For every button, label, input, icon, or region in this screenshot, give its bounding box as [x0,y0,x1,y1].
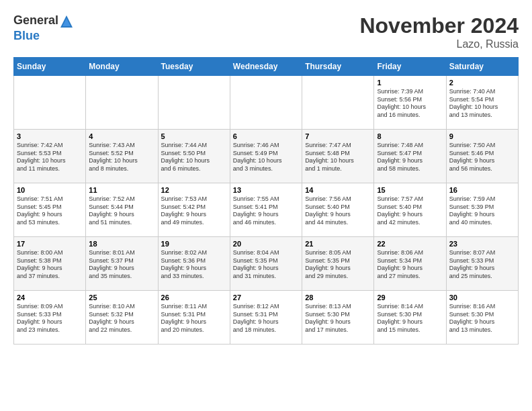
calendar-cell: 24Sunrise: 8:09 AM Sunset: 5:33 PM Dayli… [14,291,86,345]
calendar-cell: 6Sunrise: 7:46 AM Sunset: 5:49 PM Daylig… [230,130,302,183]
day-number: 17 [17,240,83,248]
logo: General Blue [13,13,75,43]
month-title: November 2024 [359,13,519,38]
calendar-table: SundayMondayTuesdayWednesdayThursdayFrid… [13,57,519,345]
calendar-cell: 29Sunrise: 8:14 AM Sunset: 5:30 PM Dayli… [374,291,446,345]
weekday-header: Sunday [14,58,86,76]
day-info: Sunrise: 7:43 AM Sunset: 5:52 PM Dayligh… [89,142,154,173]
weekday-header: Saturday [446,58,518,76]
day-info: Sunrise: 7:50 AM Sunset: 5:46 PM Dayligh… [449,142,515,173]
day-info: Sunrise: 8:10 AM Sunset: 5:32 PM Dayligh… [89,303,154,334]
day-info: Sunrise: 8:14 AM Sunset: 5:30 PM Dayligh… [377,303,443,334]
calendar-cell [230,76,302,130]
day-number: 15 [377,186,443,194]
calendar-cell [158,76,230,130]
calendar-cell: 15Sunrise: 7:57 AM Sunset: 5:40 PM Dayli… [374,183,446,237]
page-header: General Blue November 2024 Lazo, Russia [13,13,519,50]
day-number: 28 [305,293,371,302]
day-info: Sunrise: 7:48 AM Sunset: 5:47 PM Dayligh… [377,142,443,173]
day-number: 10 [17,186,83,194]
day-number: 1 [377,79,443,87]
logo-general: General [13,13,58,27]
day-info: Sunrise: 8:11 AM Sunset: 5:31 PM Dayligh… [161,303,227,334]
day-info: Sunrise: 7:40 AM Sunset: 5:54 PM Dayligh… [449,88,515,120]
calendar-cell: 11Sunrise: 7:52 AM Sunset: 5:44 PM Dayli… [86,183,158,237]
day-info: Sunrise: 7:47 AM Sunset: 5:48 PM Dayligh… [305,142,371,173]
calendar-cell [14,76,86,130]
weekday-header: Friday [374,58,446,76]
calendar-cell: 14Sunrise: 7:56 AM Sunset: 5:40 PM Dayli… [302,183,374,237]
day-info: Sunrise: 7:56 AM Sunset: 5:40 PM Dayligh… [305,195,371,227]
day-number: 30 [449,293,515,302]
day-info: Sunrise: 8:00 AM Sunset: 5:38 PM Dayligh… [17,249,83,281]
calendar-cell: 23Sunrise: 8:07 AM Sunset: 5:33 PM Dayli… [446,237,518,291]
day-info: Sunrise: 8:09 AM Sunset: 5:33 PM Dayligh… [17,303,83,334]
day-number: 4 [89,132,154,140]
calendar-cell: 4Sunrise: 7:43 AM Sunset: 5:52 PM Daylig… [86,130,158,183]
calendar-cell: 30Sunrise: 8:16 AM Sunset: 5:30 PM Dayli… [446,291,518,345]
calendar-week-row: 10Sunrise: 7:51 AM Sunset: 5:45 PM Dayli… [14,183,519,237]
day-info: Sunrise: 8:12 AM Sunset: 5:31 PM Dayligh… [233,303,299,334]
day-number: 13 [233,186,299,194]
calendar-week-row: 24Sunrise: 8:09 AM Sunset: 5:33 PM Dayli… [14,291,519,345]
calendar-cell: 1Sunrise: 7:39 AM Sunset: 5:56 PM Daylig… [374,76,446,130]
day-number: 6 [233,132,299,140]
calendar-cell [86,76,158,130]
day-number: 11 [89,186,154,194]
day-info: Sunrise: 8:01 AM Sunset: 5:37 PM Dayligh… [89,249,154,281]
calendar-cell: 3Sunrise: 7:42 AM Sunset: 5:53 PM Daylig… [14,130,86,183]
calendar-cell: 13Sunrise: 7:55 AM Sunset: 5:41 PM Dayli… [230,183,302,237]
day-info: Sunrise: 8:07 AM Sunset: 5:33 PM Dayligh… [449,249,515,281]
calendar-cell: 19Sunrise: 8:02 AM Sunset: 5:36 PM Dayli… [158,237,230,291]
calendar-cell: 17Sunrise: 8:00 AM Sunset: 5:38 PM Dayli… [14,237,86,291]
calendar-cell: 26Sunrise: 8:11 AM Sunset: 5:31 PM Dayli… [158,291,230,345]
weekday-header: Wednesday [230,58,302,76]
weekday-header: Monday [86,58,158,76]
calendar-cell: 2Sunrise: 7:40 AM Sunset: 5:54 PM Daylig… [446,76,518,130]
weekday-header-row: SundayMondayTuesdayWednesdayThursdayFrid… [14,58,519,76]
day-info: Sunrise: 7:46 AM Sunset: 5:49 PM Dayligh… [233,142,299,173]
day-number: 19 [161,240,227,248]
calendar-cell: 25Sunrise: 8:10 AM Sunset: 5:32 PM Dayli… [86,291,158,345]
day-number: 5 [161,132,227,140]
calendar-week-row: 1Sunrise: 7:39 AM Sunset: 5:56 PM Daylig… [14,76,519,130]
day-info: Sunrise: 7:44 AM Sunset: 5:50 PM Dayligh… [161,142,227,173]
day-info: Sunrise: 8:04 AM Sunset: 5:35 PM Dayligh… [233,249,299,281]
day-number: 12 [161,186,227,194]
weekday-header: Thursday [302,58,374,76]
day-number: 16 [449,186,515,194]
logo-blue: Blue [13,29,40,42]
day-number: 20 [233,240,299,248]
day-info: Sunrise: 8:02 AM Sunset: 5:36 PM Dayligh… [161,249,227,281]
day-number: 21 [305,240,371,248]
calendar-cell: 27Sunrise: 8:12 AM Sunset: 5:31 PM Dayli… [230,291,302,345]
day-info: Sunrise: 8:13 AM Sunset: 5:30 PM Dayligh… [305,303,371,334]
calendar-cell: 12Sunrise: 7:53 AM Sunset: 5:42 PM Dayli… [158,183,230,237]
calendar-cell: 9Sunrise: 7:50 AM Sunset: 5:46 PM Daylig… [446,130,518,183]
day-info: Sunrise: 8:16 AM Sunset: 5:30 PM Dayligh… [449,303,515,334]
day-number: 29 [377,293,443,302]
day-info: Sunrise: 7:42 AM Sunset: 5:53 PM Dayligh… [17,142,83,173]
day-info: Sunrise: 7:57 AM Sunset: 5:40 PM Dayligh… [377,195,443,227]
day-number: 23 [449,240,515,248]
logo-text: General Blue [13,13,75,43]
calendar-week-row: 17Sunrise: 8:00 AM Sunset: 5:38 PM Dayli… [14,237,519,291]
day-info: Sunrise: 7:55 AM Sunset: 5:41 PM Dayligh… [233,195,299,227]
day-number: 26 [161,293,227,302]
day-info: Sunrise: 7:59 AM Sunset: 5:39 PM Dayligh… [449,195,515,227]
calendar-cell: 28Sunrise: 8:13 AM Sunset: 5:30 PM Dayli… [302,291,374,345]
title-section: November 2024 Lazo, Russia [359,13,519,50]
day-info: Sunrise: 7:53 AM Sunset: 5:42 PM Dayligh… [161,195,227,227]
day-number: 18 [89,240,154,248]
calendar-cell: 16Sunrise: 7:59 AM Sunset: 5:39 PM Dayli… [446,183,518,237]
calendar-week-row: 3Sunrise: 7:42 AM Sunset: 5:53 PM Daylig… [14,130,519,183]
calendar-cell: 8Sunrise: 7:48 AM Sunset: 5:47 PM Daylig… [374,130,446,183]
day-number: 25 [89,293,154,302]
day-number: 2 [449,79,515,87]
day-number: 8 [377,132,443,140]
day-number: 7 [305,132,371,140]
calendar-cell: 7Sunrise: 7:47 AM Sunset: 5:48 PM Daylig… [302,130,374,183]
day-number: 9 [449,132,515,140]
calendar-cell: 21Sunrise: 8:05 AM Sunset: 5:35 PM Dayli… [302,237,374,291]
calendar-cell: 10Sunrise: 7:51 AM Sunset: 5:45 PM Dayli… [14,183,86,237]
